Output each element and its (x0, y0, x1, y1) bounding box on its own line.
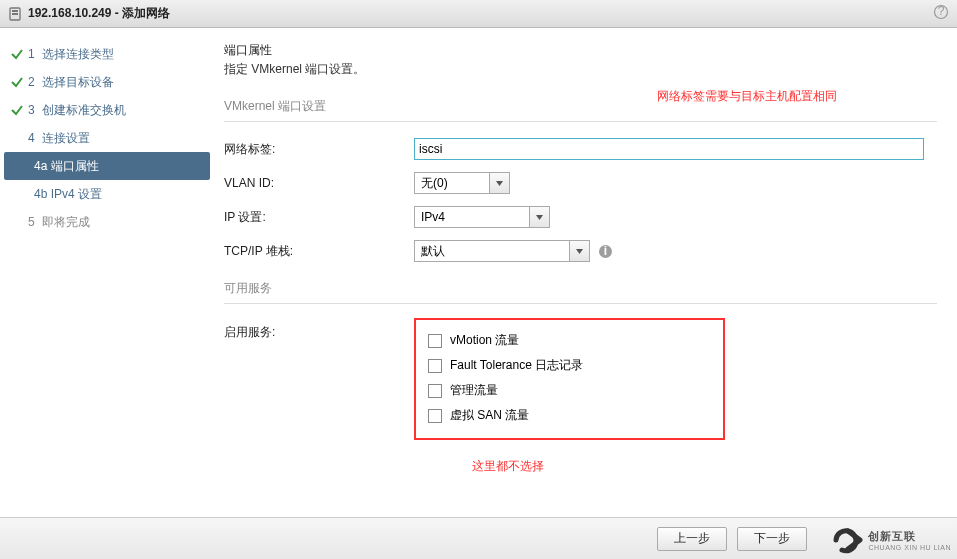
host-icon (8, 7, 22, 21)
checkbox-box[interactable] (428, 409, 442, 423)
vlan-combo[interactable]: 无(0) (414, 172, 510, 194)
checkbox-label: vMotion 流量 (450, 332, 519, 349)
chevron-down-icon[interactable] (490, 172, 510, 194)
row-vlan: VLAN ID: 无(0) (224, 172, 937, 194)
checkbox-label: 虚拟 SAN 流量 (450, 407, 529, 424)
checkbox-label: 管理流量 (450, 382, 498, 399)
label-vlan: VLAN ID: (224, 176, 414, 190)
ip-combo[interactable]: IPv4 (414, 206, 550, 228)
step-4[interactable]: 4 连接设置 (0, 124, 214, 152)
step-3[interactable]: 3 创建标准交换机 (0, 96, 214, 124)
checkbox-vsan[interactable]: 虚拟 SAN 流量 (428, 407, 583, 424)
substep-4b[interactable]: 4b IPv4 设置 (0, 180, 214, 208)
tcpip-combo[interactable]: 默认 (414, 240, 590, 262)
watermark: 创新互联 CHUANG XIN HU LIAN (830, 525, 951, 555)
checkbox-box[interactable] (428, 384, 442, 398)
wizard-sidebar: 1 选择连接类型 2 选择目标设备 3 创建标准交换机 4 连接设置 4a 端口… (0, 28, 214, 517)
svg-text:?: ? (938, 4, 945, 18)
ip-value[interactable]: IPv4 (414, 206, 530, 228)
watermark-icon (830, 525, 864, 555)
checkbox-fault-tolerance[interactable]: Fault Tolerance 日志记录 (428, 357, 583, 374)
watermark-pinyin: CHUANG XIN HU LIAN (868, 544, 951, 551)
services-section-title: 可用服务 (224, 280, 937, 304)
info-icon[interactable]: i (598, 244, 613, 259)
help-icon[interactable]: ? (933, 4, 949, 23)
titlebar: 192.168.10.249 - 添加网络 ? (0, 0, 957, 28)
tcpip-value[interactable]: 默认 (414, 240, 570, 262)
step-5: 5 即将完成 (0, 208, 214, 236)
substep-4a[interactable]: 4a 端口属性 (4, 152, 210, 180)
checkbox-box[interactable] (428, 359, 442, 373)
vlan-value[interactable]: 无(0) (414, 172, 490, 194)
services-highlight-box: vMotion 流量 Fault Tolerance 日志记录 管理流量 虚拟 … (414, 318, 725, 440)
row-netlabel: 网络标签: (224, 138, 937, 160)
chevron-down-icon[interactable] (530, 206, 550, 228)
check-icon (10, 103, 24, 117)
label-netlabel: 网络标签: (224, 141, 414, 158)
svg-rect-1 (12, 10, 18, 12)
network-label-input[interactable] (414, 138, 924, 160)
checkbox-box[interactable] (428, 334, 442, 348)
next-button[interactable]: 下一步 (737, 527, 807, 551)
check-icon (10, 47, 24, 61)
checkbox-label: Fault Tolerance 日志记录 (450, 357, 583, 374)
svg-text:i: i (604, 244, 607, 258)
chevron-down-icon[interactable] (570, 240, 590, 262)
content-panel: 端口属性 指定 VMkernel 端口设置。 网络标签需要与目标主机配置相同 V… (214, 28, 957, 517)
page-subtitle: 指定 VMkernel 端口设置。 (224, 61, 937, 78)
step-1[interactable]: 1 选择连接类型 (0, 40, 214, 68)
label-ip: IP 设置: (224, 209, 414, 226)
checkbox-vmotion[interactable]: vMotion 流量 (428, 332, 583, 349)
watermark-brand: 创新互联 (868, 529, 951, 544)
label-services: 启用服务: (224, 318, 414, 440)
footer-bar: 上一步 下一步 (0, 517, 957, 559)
annotation-bottom: 这里都不选择 (472, 458, 937, 475)
checkbox-management[interactable]: 管理流量 (428, 382, 583, 399)
page-title: 端口属性 (224, 42, 937, 59)
window-title: 192.168.10.249 - 添加网络 (28, 5, 170, 22)
row-tcpip: TCP/IP 堆栈: 默认 i (224, 240, 937, 262)
back-button[interactable]: 上一步 (657, 527, 727, 551)
svg-rect-2 (12, 13, 18, 15)
step-2[interactable]: 2 选择目标设备 (0, 68, 214, 96)
row-ip: IP 设置: IPv4 (224, 206, 937, 228)
label-tcpip: TCP/IP 堆栈: (224, 243, 414, 260)
services-row: 启用服务: vMotion 流量 Fault Tolerance 日志记录 管理… (224, 318, 937, 440)
annotation-top: 网络标签需要与目标主机配置相同 (632, 88, 862, 104)
check-icon (10, 75, 24, 89)
spacer (10, 131, 24, 145)
spacer (10, 215, 24, 229)
